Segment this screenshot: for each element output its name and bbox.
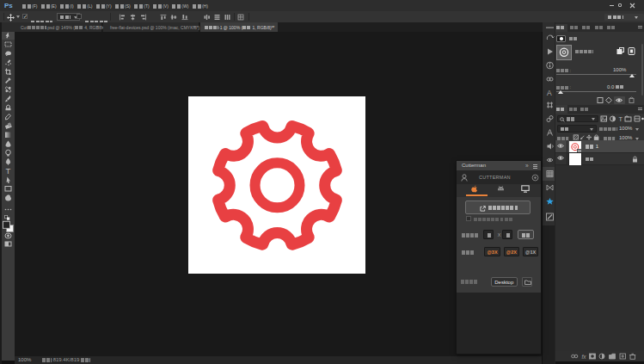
svg-text:T: T [619,115,623,122]
svg-text:A: A [547,89,552,97]
svg-text:fx: fx [582,354,587,360]
svg-text:T: T [6,166,11,176]
